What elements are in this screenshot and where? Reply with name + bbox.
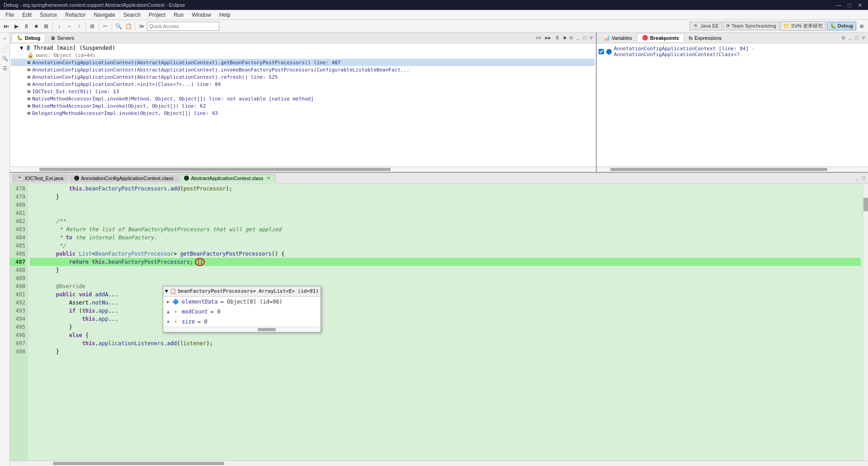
debug-hscrollbar[interactable] [10, 166, 596, 172]
stack-frame-3[interactable]: ≡ AnnotationConfigApplicationContext.<in… [11, 81, 595, 88]
code-line-485: */ [30, 242, 861, 250]
perspective-team-sync[interactable]: ⟳ Team Synchronizing [723, 22, 779, 30]
debug-thread-item[interactable]: ▼ 🧵 Thread [main] (Suspended) [11, 44, 595, 52]
toolbar-open-inspect[interactable]: 🔍 [114, 22, 123, 31]
stack-frame-6[interactable]: ≡ NativeMethodAccessorImpl.invoke(Object… [11, 102, 595, 109]
variables-icon: 📊 [604, 35, 610, 41]
menu-edit[interactable]: Edit [19, 11, 35, 19]
tooltip-icon-1: 🔸 [172, 308, 179, 316]
line-num-481: 481 [10, 209, 25, 217]
stack-frame-5[interactable]: ≡ NativeMethodAccessorImpl.invoke0(Metho… [11, 95, 595, 102]
variables-collapse-all[interactable]: ⊟ [841, 34, 847, 41]
tab-debug[interactable]: 🐛 Debug [12, 33, 45, 42]
editor-tab-annotationconfig[interactable]: 🅒 AnnotationConfigApplicationContext.cla… [69, 174, 178, 182]
tab-expressions[interactable]: fx Expressions [684, 34, 726, 42]
perspective-svn[interactable]: 📁 SVN 资库研究 [780, 21, 826, 31]
expressions-icon: fx [689, 35, 693, 41]
tooltip-scrollbar[interactable] [163, 327, 321, 332]
minimize-button[interactable]: — [834, 2, 843, 9]
open-perspective-button[interactable]: ⊕ [857, 22, 866, 31]
minimize-view[interactable]: _ [575, 35, 581, 41]
code-line-489 [30, 274, 861, 282]
tab-variables[interactable]: 📊 Variables [599, 33, 637, 42]
remove-all-terminated[interactable]: ✕✕ [534, 34, 542, 41]
stack-frame-7[interactable]: ≡ DelegatingMethodAccessorImpl.invoke(Ob… [11, 109, 595, 117]
menu-window[interactable]: Window [188, 11, 215, 19]
sidebar-icon-1[interactable]: ⚡ [1, 34, 9, 43]
breakpoints-hscrollbar[interactable] [597, 166, 868, 172]
stack-frame-4[interactable]: ≡ IOCTest_Ext.test01() line: 13 [11, 88, 595, 95]
code-content[interactable]: this.beanFactoryPostProcessors.add(postP… [28, 184, 863, 461]
editor-minimize[interactable]: _ [854, 175, 860, 181]
toolbar-sep-3 [99, 22, 99, 30]
sidebar-icon-4[interactable]: ☰ [1, 64, 9, 72]
toolbar-terminate[interactable]: ■ [32, 22, 41, 31]
code-line-479: } [30, 193, 861, 201]
line-num-496: 496 [10, 331, 25, 339]
toolbar-step-into[interactable]: ↓ [55, 22, 64, 31]
maximize-button[interactable]: □ [846, 2, 853, 9]
close-button[interactable]: ✕ [856, 2, 864, 9]
toolbar-suspend[interactable]: ⏸ [22, 22, 31, 31]
perspective-debug[interactable]: 🐛 Debug [827, 22, 856, 30]
collapse-all[interactable]: ⊟ [569, 34, 575, 41]
variables-panel-tabs: 📊 Variables 🔴 Breakpoints fx Expressions… [597, 33, 868, 43]
stack-frame-2[interactable]: ≡ AnnotationConfigApplicationContext(Abs… [11, 73, 595, 81]
tooltip-row-0[interactable]: ▶ 🔷 elementData = Object[0] (id=98) [163, 297, 321, 307]
quick-access-input[interactable] [147, 22, 219, 31]
toolbar-disconnect[interactable]: ⊠ [42, 22, 51, 31]
toolbar-step-over[interactable]: → [65, 22, 74, 31]
toolbar-skip-all[interactable]: ⏭ [2, 22, 11, 31]
sidebar-icon-2[interactable]: 📄 [1, 44, 9, 52]
menu-navigate[interactable]: Navigate [90, 11, 118, 19]
menu-source[interactable]: Source [36, 11, 61, 19]
line-num-479: 479 [10, 193, 25, 201]
sidebar-icon-3[interactable]: 🔍 [1, 54, 9, 62]
resume-all[interactable]: ▶▶ [544, 34, 552, 41]
menu-refactor[interactable]: Refactor [61, 11, 89, 19]
tooltip-key-1: modCount [182, 308, 208, 316]
debug-tooltip: ▼ 📋 beanFactoryPostProcessors= ArrayList… [163, 286, 321, 333]
toolbar-more[interactable]: ≫ [137, 22, 146, 31]
perspective-java-ee[interactable]: ☕ Java EE [689, 22, 722, 30]
menu-help[interactable]: Help [216, 11, 234, 19]
editor-vscrollbar[interactable] [863, 184, 868, 461]
toolbar-display[interactable]: 📋 [124, 22, 133, 31]
toolbar-resume[interactable]: ▶ [12, 22, 21, 31]
toolbar-use-step-filters[interactable]: ⊞ [88, 22, 97, 31]
tooltip-row-2[interactable]: ▪ 🔸 size = 0 [163, 317, 321, 327]
stack-frame-1[interactable]: ≡ AnnotationConfigApplicationContext(Abs… [11, 66, 595, 73]
tooltip-val-0: = Object[0] (id=98) [221, 298, 283, 306]
breakpoint-checkbox[interactable] [599, 49, 604, 54]
maximize-view[interactable]: □ [582, 35, 588, 41]
stack-frame-0[interactable]: ≡ AnnotationConfigApplicationContext(Abs… [11, 59, 595, 66]
tooltip-collapse-icon[interactable]: ▼ [165, 287, 168, 295]
suspend-all[interactable]: ⏸ [553, 34, 561, 41]
toolbar-step-return[interactable]: ↑ [75, 22, 84, 31]
editor-maximize[interactable]: □ [860, 175, 866, 181]
menu-file[interactable]: File [2, 11, 18, 19]
editor-tab-close[interactable]: ✕ [267, 176, 270, 181]
breakpoints-icon: 🔴 [642, 35, 648, 41]
variables-view-menu[interactable]: ▽ [860, 34, 866, 41]
debug-owns-item[interactable]: 🔒 owns: Object (id=44) [11, 52, 595, 59]
menu-run[interactable]: Run [170, 11, 187, 19]
view-menu[interactable]: ▽ [588, 34, 594, 41]
breakpoint-item-1[interactable]: 🔵 AnnotationConfigApplicationContext [li… [599, 45, 866, 58]
tooltip-header: ▼ 📋 beanFactoryPostProcessors= ArrayList… [163, 286, 321, 297]
tab-servers[interactable]: 🖥 Servers [45, 34, 79, 42]
tooltip-row-1[interactable]: ▲ 🔸 modCount = 0 [163, 307, 321, 317]
menu-project[interactable]: Project [145, 11, 169, 19]
variables-maximize[interactable]: □ [854, 35, 860, 41]
tab-breakpoints[interactable]: 🔴 Breakpoints [637, 33, 684, 42]
editor-hscrollbar[interactable] [10, 461, 868, 466]
line-num-495: 495 [10, 323, 25, 331]
toolbar-sep-5 [135, 22, 135, 30]
editor-tab-ioctest[interactable]: ☕ IOCTest_Ext.java [12, 174, 68, 182]
debug-panel-toolbar: ✕✕ ▶▶ ⏸ ■ ⊟ _ □ ▽ [534, 34, 594, 41]
variables-minimize[interactable]: _ [847, 35, 853, 41]
toolbar-drop-to-frame[interactable]: ⤺ [101, 22, 110, 31]
terminate-all[interactable]: ■ [562, 35, 568, 41]
menu-search[interactable]: Search [120, 11, 144, 19]
editor-tab-abstractappcontext[interactable]: 🅒 AbstractApplicationContext.class ✕ [179, 174, 275, 182]
